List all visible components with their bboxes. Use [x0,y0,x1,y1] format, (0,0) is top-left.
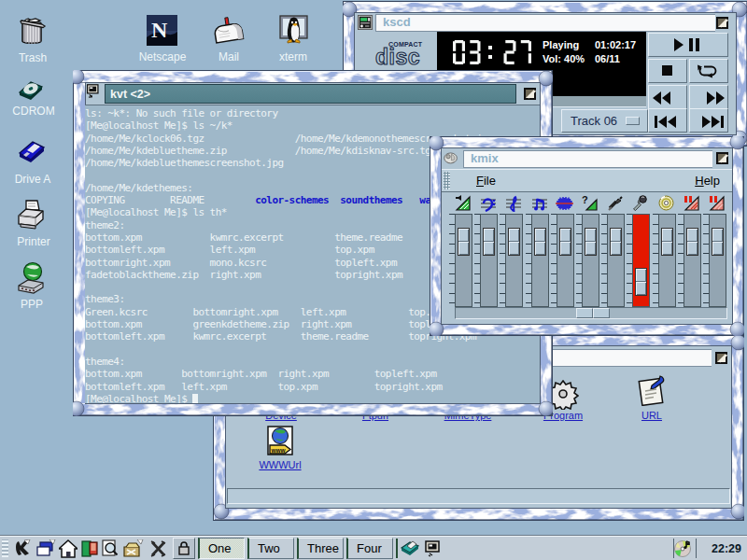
svg-text:www: www [271,447,287,454]
svg-text:N: N [151,18,168,42]
svg-text:?: ? [582,194,588,205]
